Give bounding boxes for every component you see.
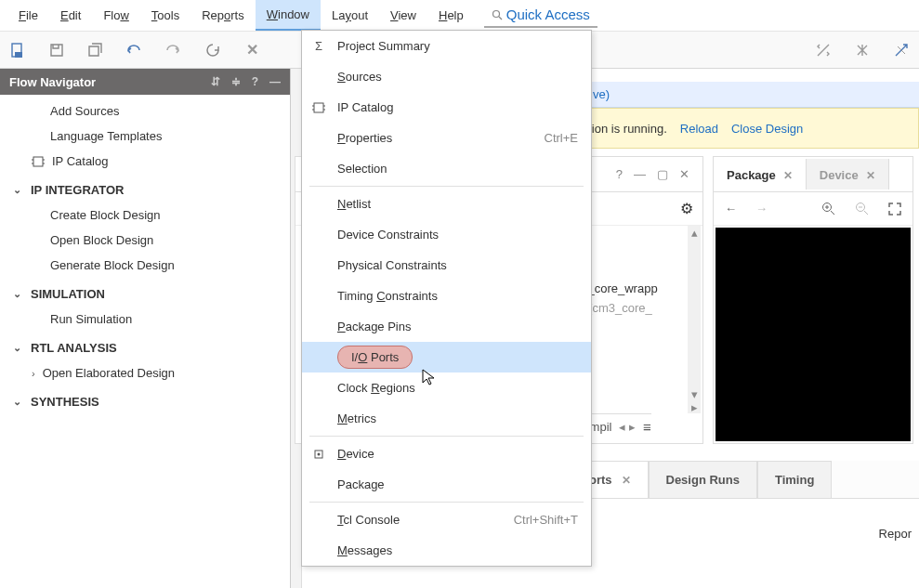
menu-edit[interactable]: Edit	[49, 1, 92, 30]
package-canvas[interactable]	[716, 228, 911, 441]
chevron-down-icon: ⌄	[13, 288, 21, 300]
flow-navigator-panel: Flow Navigator ⇵ ≑ ? — Add Sources Langu…	[0, 69, 291, 588]
nav-add-sources[interactable]: Add Sources	[0, 98, 290, 124]
menu-help[interactable]: Help	[427, 1, 475, 30]
tool-icon-b[interactable]	[854, 42, 871, 59]
close-icon[interactable]: ✕	[783, 169, 793, 182]
zoom-out-icon[interactable]	[855, 202, 870, 216]
flow-navigator-header: Flow Navigator ⇵ ≑ ? —	[0, 69, 290, 95]
minimize-icon[interactable]: —	[269, 75, 281, 88]
tab-design-runs[interactable]: Design Runs	[649, 461, 757, 498]
menubar: File Edit Flow Tools Reports Window Layo…	[0, 0, 919, 32]
separator	[309, 502, 584, 503]
nav-open-elaborated-design[interactable]: ›Open Elaborated Design	[0, 360, 290, 385]
close-icon[interactable]: ✕	[866, 169, 875, 182]
scrollbar[interactable]: ▴ ▾ ▸	[688, 226, 701, 413]
svg-point-0	[492, 10, 499, 17]
ip-icon	[32, 155, 45, 168]
sort-icon[interactable]: ≑	[231, 75, 241, 88]
separator	[309, 436, 584, 437]
menu-reports[interactable]: Reports	[190, 1, 256, 30]
minimize-icon[interactable]: —	[634, 167, 646, 181]
section-synthesis[interactable]: ⌄SYNTHESIS	[0, 385, 290, 414]
save-all-icon[interactable]	[87, 42, 104, 59]
close-icon[interactable]: ✕	[622, 474, 631, 487]
help-icon[interactable]: ?	[616, 167, 623, 181]
menu-device-constraints[interactable]: Device Constraints	[302, 219, 591, 250]
save-icon[interactable]	[48, 42, 65, 59]
menu-ip-catalog[interactable]: IP Catalog	[302, 92, 591, 123]
nav-language-templates[interactable]: Language Templates	[0, 124, 290, 149]
menu-window[interactable]: Window	[256, 0, 321, 31]
menu-selection[interactable]: Selection	[302, 153, 591, 184]
chevron-down-icon: ⌄	[13, 342, 21, 354]
svg-rect-3	[15, 52, 22, 58]
zoom-in-icon[interactable]	[821, 202, 836, 216]
menu-timing-constraints[interactable]: Timing Constraints	[302, 281, 591, 311]
gear-icon[interactable]: ⚙	[680, 200, 693, 217]
separator	[309, 186, 584, 187]
sigma-icon: Σ	[309, 39, 328, 53]
nav-create-block-design[interactable]: Create Block Design	[0, 203, 290, 228]
menu-package-pins[interactable]: Package Pins	[302, 311, 591, 342]
forward-icon[interactable]: →	[755, 202, 768, 216]
quick-access-text: Quick Access	[506, 7, 590, 22]
menu-package[interactable]: Package	[302, 469, 591, 500]
nav-run-simulation[interactable]: Run Simulation	[0, 307, 290, 332]
menu-sources[interactable]: Sources	[302, 61, 591, 92]
help-icon[interactable]: ?	[252, 75, 258, 88]
menu-metrics[interactable]: Metrics	[302, 403, 591, 434]
section-simulation[interactable]: ⌄SIMULATION	[0, 278, 290, 307]
tool-icon-a[interactable]	[815, 42, 832, 59]
tool-icon-c[interactable]	[893, 42, 910, 59]
search-icon	[492, 9, 503, 20]
menu-netlist[interactable]: Netlist	[302, 189, 591, 219]
svg-rect-5	[33, 157, 43, 166]
flow-navigator-title: Flow Navigator	[9, 75, 96, 89]
svg-line-15	[864, 211, 868, 215]
chevron-right-icon: ›	[32, 368, 35, 379]
menu-project-summary[interactable]: ΣProject Summary	[302, 31, 591, 61]
section-rtl-analysis[interactable]: ⌄RTL ANALYSIS	[0, 332, 290, 360]
menu-file[interactable]: File	[7, 1, 49, 30]
back-icon[interactable]: ←	[725, 202, 737, 216]
menu-clock-regions[interactable]: Clock Regions	[302, 372, 591, 403]
layout-panel: Package✕ Device✕ ← →	[713, 156, 913, 444]
menu-messages[interactable]: Messages	[302, 535, 591, 566]
nav-open-block-design[interactable]: Open Block Design	[0, 228, 290, 253]
stop-icon[interactable]: ✕	[243, 42, 260, 59]
collapse-icon[interactable]: ⇵	[211, 75, 220, 88]
menu-flow[interactable]: Flow	[92, 1, 139, 30]
menu-io-ports[interactable]: I/O Ports	[302, 342, 591, 372]
ip-icon	[309, 101, 328, 114]
nav-generate-block-design[interactable]: Generate Block Design	[0, 253, 290, 278]
chevron-down-icon: ⌄	[13, 184, 21, 196]
reload-link[interactable]: Reload	[680, 122, 718, 136]
fullscreen-icon[interactable]	[888, 203, 901, 216]
close-design-link[interactable]: Close Design	[731, 122, 803, 136]
close-icon[interactable]: ✕	[679, 167, 689, 181]
undo-icon[interactable]	[126, 42, 143, 59]
svg-point-23	[318, 452, 321, 455]
refresh-icon[interactable]	[204, 42, 221, 59]
svg-line-1	[499, 17, 502, 20]
column-header: Repor	[879, 527, 912, 541]
nav-ip-catalog[interactable]: IP Catalog	[0, 149, 290, 174]
section-ip-integrator[interactable]: ⌄IP INTEGRATOR	[0, 174, 290, 203]
menu-properties[interactable]: PropertiesCtrl+E	[302, 123, 591, 153]
warning-text: ation is running.	[582, 122, 667, 136]
menu-physical-constraints[interactable]: Physical Constraints	[302, 250, 591, 281]
maximize-icon[interactable]: ▢	[657, 167, 668, 181]
menu-tools[interactable]: Tools	[140, 1, 190, 30]
quick-access-search[interactable]: Quick Access	[484, 3, 597, 28]
menu-tcl-console[interactable]: Tcl ConsoleCtrl+Shift+T	[302, 504, 591, 535]
menu-layout[interactable]: Layout	[321, 1, 379, 30]
menu-view[interactable]: View	[379, 1, 427, 30]
new-file-icon[interactable]	[9, 42, 26, 59]
tab-device[interactable]: Device✕	[807, 159, 889, 189]
svg-rect-17	[314, 103, 323, 112]
redo-icon[interactable]	[165, 42, 182, 59]
menu-device[interactable]: Device	[302, 438, 591, 469]
tab-timing[interactable]: Timing	[757, 461, 832, 498]
tab-package[interactable]: Package✕	[714, 159, 807, 189]
